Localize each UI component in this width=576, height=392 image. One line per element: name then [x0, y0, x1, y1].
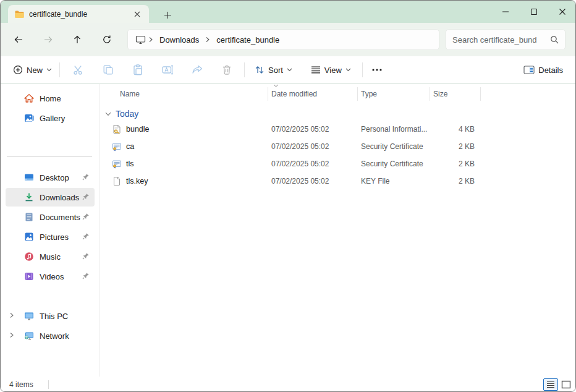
column-header-type[interactable]: Type [358, 87, 430, 101]
toolbar-separator [362, 62, 363, 77]
sort-button[interactable]: Sort [250, 61, 297, 79]
copy-button[interactable] [96, 59, 121, 80]
sidebar-item-pictures[interactable]: Pictures [6, 228, 95, 246]
view-button-label: View [324, 66, 342, 75]
chevron-down-icon[interactable] [105, 112, 111, 116]
file-size: 2 KB [430, 155, 481, 173]
key-file-icon [112, 176, 122, 186]
file-row-tls[interactable]: tls 07/02/2025 05:02 Security Certificat… [100, 155, 576, 173]
column-label: Type [361, 90, 377, 98]
paste-button[interactable] [125, 59, 150, 80]
sidebar-item-this-pc[interactable]: This PC [6, 307, 95, 325]
delete-button[interactable] [214, 59, 239, 80]
file-row-tls-key[interactable]: tls.key 07/02/2025 05:02 KEY File 2 KB [100, 173, 576, 190]
large-icons-view-toggle[interactable] [559, 378, 573, 391]
statusbar-separator [48, 380, 49, 389]
back-button[interactable] [9, 31, 28, 48]
pfx-certificate-icon [112, 124, 122, 134]
view-button[interactable]: View [306, 62, 356, 79]
pin-icon [82, 252, 90, 260]
sidebar-item-home[interactable]: Home [6, 89, 95, 108]
chevron-right-icon [203, 36, 213, 43]
more-options-button[interactable] [366, 59, 388, 80]
file-date-modified: 07/02/2025 05:02 [268, 173, 358, 190]
chevron-right-icon[interactable] [9, 312, 14, 318]
toolbar-separator [59, 62, 60, 77]
search-box [446, 29, 565, 50]
details-pane-label: Details [538, 66, 563, 75]
column-label: Date modified [271, 90, 317, 98]
navigation-bar: Downloads certificate_bundle [1, 23, 576, 56]
command-bar: New Sort [1, 56, 576, 84]
new-tab-button[interactable] [160, 8, 175, 22]
plus-icon [164, 11, 172, 19]
plus-circle-icon [13, 65, 23, 75]
videos-icon [24, 271, 34, 281]
gallery-icon [24, 113, 34, 123]
sort-descending-icon [273, 84, 279, 87]
sidebar-item-label: Pictures [40, 232, 69, 242]
chevron-down-icon [287, 68, 292, 72]
home-icon [24, 93, 34, 103]
sidebar-item-videos[interactable]: Videos [6, 267, 95, 286]
close-tab-icon[interactable] [132, 9, 143, 20]
pin-icon [82, 232, 90, 240]
explorer-tab[interactable]: certificate_bundle [8, 5, 149, 23]
file-date-modified: 07/02/2025 05:02 [268, 138, 358, 155]
file-type: Personal Informati... [358, 121, 430, 138]
refresh-button[interactable] [98, 31, 116, 48]
sidebar-item-network[interactable]: Network [6, 326, 95, 345]
security-certificate-icon [112, 142, 122, 151]
new-button[interactable]: New [8, 61, 57, 79]
breadcrumb-downloads[interactable]: Downloads [156, 35, 203, 45]
sidebar-item-label: Network [40, 331, 69, 341]
chevron-down-icon [345, 68, 351, 72]
sidebar-item-gallery[interactable]: Gallery [6, 109, 95, 127]
this-pc-icon [24, 311, 34, 321]
details-view-toggle[interactable] [543, 378, 558, 391]
minimize-button[interactable] [491, 1, 520, 23]
cut-button[interactable] [66, 59, 91, 80]
group-header-today[interactable]: Today [105, 106, 138, 121]
sidebar-item-documents[interactable]: Documents [6, 208, 95, 226]
sidebar-item-label: Downloads [40, 193, 79, 202]
file-row-bundle[interactable]: bundle 07/02/2025 05:02 Personal Informa… [100, 121, 576, 138]
this-pc-icon[interactable] [135, 35, 146, 45]
close-window-button[interactable] [548, 1, 576, 23]
search-icon[interactable] [550, 35, 559, 44]
up-button[interactable] [68, 31, 87, 48]
security-certificate-icon [112, 159, 122, 169]
documents-icon [24, 212, 34, 222]
window-controls [491, 1, 576, 23]
item-count: 4 items [9, 380, 33, 389]
sidebar-item-downloads[interactable]: Downloads [6, 188, 95, 207]
file-name: ca [126, 142, 134, 151]
file-row-ca[interactable]: ca 07/02/2025 05:02 Security Certificate… [100, 138, 576, 155]
pin-icon [82, 272, 90, 279]
share-button[interactable] [185, 59, 210, 80]
sidebar-item-music[interactable]: Music [6, 247, 95, 266]
search-input[interactable] [452, 35, 550, 45]
new-button-label: New [27, 66, 43, 75]
chevron-right-icon[interactable] [9, 332, 14, 338]
file-type: KEY File [358, 173, 430, 190]
downloads-icon [24, 192, 34, 202]
sidebar-item-label: Gallery [40, 114, 65, 123]
details-pane-button[interactable]: Details [519, 62, 568, 79]
maximize-button[interactable] [520, 1, 548, 23]
file-name: bundle [126, 125, 150, 134]
sidebar-item-label: Desktop [40, 173, 69, 182]
address-bar[interactable]: Downloads certificate_bundle [127, 29, 439, 50]
rename-button[interactable] [155, 59, 180, 80]
column-header-name[interactable]: Name [100, 87, 268, 101]
file-explorer-window: certificate_bundle [0, 0, 576, 392]
sidebar-item-desktop[interactable]: Desktop [6, 168, 95, 187]
file-size: 2 KB [430, 173, 481, 190]
column-header-date-modified[interactable]: Date modified [268, 87, 358, 101]
forward-button[interactable] [39, 31, 57, 48]
breadcrumb-certificate-bundle[interactable]: certificate_bundle [213, 35, 283, 45]
sidebar-item-label: Home [40, 94, 61, 103]
list-lines-icon [311, 66, 321, 74]
status-bar: 4 items [1, 377, 576, 392]
column-header-size[interactable]: Size [430, 87, 481, 101]
